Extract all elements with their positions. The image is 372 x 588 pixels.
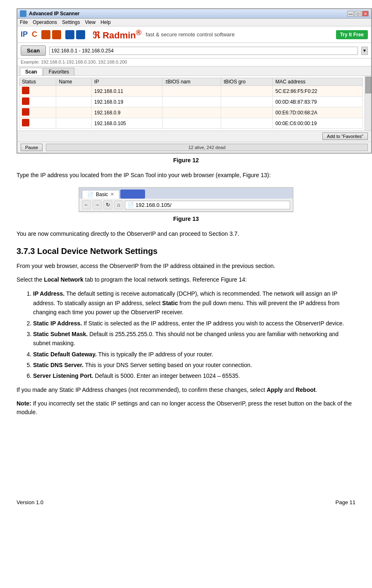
scanner-bottom: Add to "Favorites" xyxy=(17,130,371,142)
table-row[interactable]: 192.168.0.105 00:0E:C6:00:00:19 xyxy=(19,118,363,129)
row-netbios-name xyxy=(162,86,221,97)
minimize-button[interactable]: — xyxy=(347,11,354,17)
scrollbar[interactable] xyxy=(365,76,371,130)
row-netbios-group xyxy=(221,118,273,129)
status-bar: 12 alive, 242 dead xyxy=(46,144,368,151)
row-netbios-name xyxy=(162,118,221,129)
list-item-4: Static Default Gateway. This is typicall… xyxy=(33,350,355,359)
note-paragraph: Note: If you incorrectly set the static … xyxy=(17,399,355,417)
close-button[interactable]: ✕ xyxy=(362,11,369,17)
row-name xyxy=(56,97,92,107)
item5-label: Static DNS Server. xyxy=(33,362,83,368)
col-ip[interactable]: IP xyxy=(92,78,162,86)
row-status xyxy=(19,97,56,107)
scanner-window: Advanced IP Scanner — □ ✕ File Operation… xyxy=(17,8,372,154)
maximize-button[interactable]: □ xyxy=(355,11,361,17)
row-name xyxy=(56,86,92,97)
row-mac: 00:E6:7D:00:68:2A xyxy=(273,107,363,118)
scrollbar-thumb[interactable] xyxy=(365,77,371,93)
try-free-button[interactable]: Try It Free xyxy=(336,30,368,39)
item2-text: If Static is selected as the IP address,… xyxy=(83,320,344,327)
menu-file[interactable]: File xyxy=(20,19,28,25)
item3-label: Static Subnet Mask. xyxy=(33,331,88,337)
ip-range-input[interactable] xyxy=(49,47,358,55)
forward-button[interactable]: → xyxy=(93,200,102,209)
browser-window: 📄 Basic ✕ ← → ↻ ⌂ 📄 192.168.0.105/ xyxy=(79,187,293,212)
tab-label: Basic xyxy=(96,192,108,197)
blue-icons xyxy=(65,30,85,39)
table-row[interactable]: 192.168.0.19 00:0D:4B:87:83:79 xyxy=(19,97,363,107)
row-name xyxy=(56,107,92,118)
settings-list: IP Address. The default setting is recei… xyxy=(33,289,355,381)
page-number: Page 11 xyxy=(336,499,355,505)
blue-icon-2 xyxy=(76,30,85,39)
col-name[interactable]: Name xyxy=(56,78,92,86)
scan-button[interactable]: Scan xyxy=(21,45,46,56)
window-title: Advanced IP Scanner xyxy=(29,11,80,17)
static-note-text3: . xyxy=(315,386,317,393)
pause-button[interactable]: Pause xyxy=(21,144,43,151)
radmin-logo: ℜ Radmin® xyxy=(93,28,141,41)
address-bar[interactable]: 📄 192.168.0.105/ xyxy=(125,201,290,209)
col-status[interactable]: Status xyxy=(19,78,56,86)
status-icon xyxy=(22,108,29,116)
results-area: Status Name IP :tBIOS nam tBIOS gro MAC … xyxy=(17,76,371,130)
orange-icon-1 xyxy=(41,30,50,39)
dropdown-arrow[interactable]: ▼ xyxy=(361,47,368,55)
table-row[interactable]: 192.168.0.11 5C:E2:86:F5:F0:22 xyxy=(19,86,363,97)
browser-tab[interactable]: 📄 Basic ✕ xyxy=(82,190,119,199)
item6-label: Server Listening Port. xyxy=(33,372,93,379)
home-button[interactable]: ⌂ xyxy=(114,200,123,209)
local-network-para: Select the Local Network tab to program … xyxy=(17,275,355,284)
app-icon xyxy=(20,10,26,17)
add-favorites-button[interactable]: Add to "Favorites" xyxy=(322,133,368,140)
table-wrap: Status Name IP :tBIOS nam tBIOS gro MAC … xyxy=(17,76,365,130)
row-status xyxy=(19,107,56,118)
tab-close-icon[interactable]: ✕ xyxy=(110,192,114,197)
titlebar-controls[interactable]: — □ ✕ xyxy=(347,11,369,17)
item1-static: Static xyxy=(162,300,178,306)
item6-text: Default is 5000. Enter an integer betwee… xyxy=(95,372,240,379)
row-ip: 192.168.0.9 xyxy=(92,107,162,118)
local-network-bold: Local Network xyxy=(44,276,83,283)
col-mac[interactable]: MAC address xyxy=(273,78,363,86)
blue-icon-1 xyxy=(65,30,74,39)
status-icon xyxy=(22,119,29,126)
item5-text: This is your DNS Server setting based on… xyxy=(85,362,252,368)
browser-toolbar: ← → ↻ ⌂ 📄 192.168.0.105/ xyxy=(79,199,293,211)
tab-scan[interactable]: Scan xyxy=(20,68,43,76)
new-tab-area[interactable] xyxy=(120,190,145,199)
row-mac: 00:0D:4B:87:83:79 xyxy=(273,97,363,107)
col-netbios-name[interactable]: :tBIOS nam xyxy=(162,78,221,86)
menu-operations[interactable]: Operations xyxy=(33,19,57,25)
figure12-caption: Figure 12 xyxy=(17,157,355,164)
titlebar-left: Advanced IP Scanner xyxy=(20,10,80,17)
menu-settings[interactable]: Settings xyxy=(62,19,80,25)
radmin-banner: IP C ℜ Radmin® fast & secure remote cont… xyxy=(17,26,371,43)
row-status xyxy=(19,86,56,97)
menu-view[interactable]: View xyxy=(85,19,95,25)
row-netbios-group xyxy=(221,97,273,107)
reboot-bold: Reboot xyxy=(296,386,315,393)
select-text-pre: Select the xyxy=(17,276,44,283)
figure13-caption: Figure 13 xyxy=(17,216,355,222)
back-button[interactable]: ← xyxy=(82,200,91,209)
col-netbios-group[interactable]: tBIOS gro xyxy=(221,78,273,86)
refresh-button[interactable]: ↻ xyxy=(103,200,112,209)
scanner-menubar: File Operations Settings View Help xyxy=(17,19,371,26)
status-icon xyxy=(22,87,29,94)
static-note-text2: and xyxy=(283,386,296,393)
static-ip-note: If you made any Static IP Address change… xyxy=(17,386,355,394)
tab-doc-icon: 📄 xyxy=(87,192,93,197)
table-row[interactable]: 192.168.0.9 00:E6:7D:00:68:2A xyxy=(19,107,363,118)
list-item-6: Server Listening Port. Default is 5000. … xyxy=(33,371,355,380)
row-netbios-group xyxy=(221,107,273,118)
scanner-progress: Pause 12 alive, 242 dead xyxy=(17,142,371,153)
row-mac: 00:0E:C6:00:00:19 xyxy=(273,118,363,129)
item4-label: Static Default Gateway. xyxy=(33,351,97,358)
item4-text: This is typically the IP address of your… xyxy=(98,351,213,358)
row-mac: 5C:E2:86:F5:F0:22 xyxy=(273,86,363,97)
row-status xyxy=(19,118,56,129)
menu-help[interactable]: Help xyxy=(100,19,111,25)
tab-favorites[interactable]: Favorites xyxy=(43,68,74,76)
